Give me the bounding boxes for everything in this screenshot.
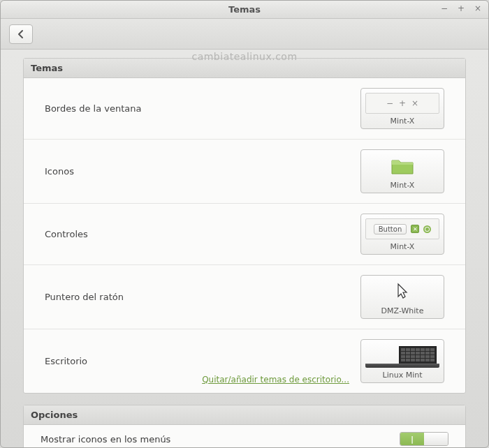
label-controls: Controles (45, 229, 88, 239)
desktop-selector[interactable]: Linux Mint (360, 339, 444, 383)
window-controls: − + × (439, 3, 483, 13)
label-desktop: Escritorio (45, 356, 87, 366)
titlebar: Temas − + × (1, 1, 488, 19)
window-borders-selector[interactable]: − + × Mint-X (360, 88, 444, 129)
row-icons: Iconos Mint-X (24, 140, 465, 204)
minimize-icon[interactable]: − (439, 3, 449, 13)
row-window-borders: Bordes de la ventana − + × Mint-X (24, 78, 465, 140)
controls-selector[interactable]: Button ✕ Mint-X (360, 214, 444, 255)
close-icon[interactable]: × (473, 3, 483, 13)
folder-icon (391, 156, 414, 176)
themes-section-header: Temas (24, 59, 465, 78)
label-menu-icons: Mostrar iconos en los menús (41, 434, 170, 445)
icons-value: Mint-X (391, 181, 415, 190)
options-section-header: Opciones (24, 405, 465, 425)
preview-button: Button (374, 224, 407, 234)
controls-value: Mint-X (391, 242, 415, 251)
controls-preview: Button ✕ (365, 218, 439, 239)
row-menu-icons: Mostrar iconos en los menús (24, 425, 465, 447)
back-button[interactable] (9, 24, 33, 44)
label-window-borders: Bordes de la ventana (45, 103, 141, 114)
label-cursor: Puntero del ratón (45, 292, 124, 302)
preview-radio-icon (423, 225, 431, 233)
preview-close-icon: × (411, 98, 418, 108)
preview-maximize-icon: + (399, 98, 406, 108)
preview-checkbox-icon: ✕ (411, 225, 419, 233)
maximize-icon[interactable]: + (456, 3, 466, 13)
content-area: cambiatealinux.com Temas Bordes de la ve… (1, 50, 488, 447)
window: Temas − + × cambiatealinux.com Temas Bor… (0, 0, 489, 448)
window-borders-value: Mint-X (391, 117, 415, 126)
row-cursor: Puntero del ratón DMZ-White (24, 265, 465, 329)
toolbar (1, 19, 488, 50)
label-icons: Iconos (45, 166, 74, 177)
add-remove-desktop-themes-link[interactable]: Quitar/añadir temas de escritorio... (202, 375, 349, 384)
desktop-preview (365, 344, 439, 368)
row-desktop: Escritorio Quitar/añadir temas de escrit… (24, 329, 465, 393)
back-arrow-icon (16, 29, 26, 39)
window-borders-preview: − + × (365, 93, 439, 114)
icons-selector[interactable]: Mint-X (360, 149, 444, 193)
switch-menu-icons[interactable] (400, 432, 448, 446)
themes-section: Temas Bordes de la ventana − + × Mint-X (23, 58, 466, 394)
icons-preview (365, 154, 439, 178)
options-section: Opciones Mostrar iconos en los menús Mos… (23, 405, 466, 447)
desktop-value: Linux Mint (383, 371, 423, 380)
cursor-value: DMZ-White (381, 306, 424, 315)
cursor-preview (365, 280, 439, 304)
preview-minimize-icon: − (386, 98, 393, 108)
row-controls: Controles Button ✕ Mint-X (24, 204, 465, 265)
preview-panel (365, 364, 439, 368)
window-title: Temas (228, 4, 261, 15)
cursor-icon (395, 283, 409, 301)
cursor-selector[interactable]: DMZ-White (360, 275, 444, 319)
